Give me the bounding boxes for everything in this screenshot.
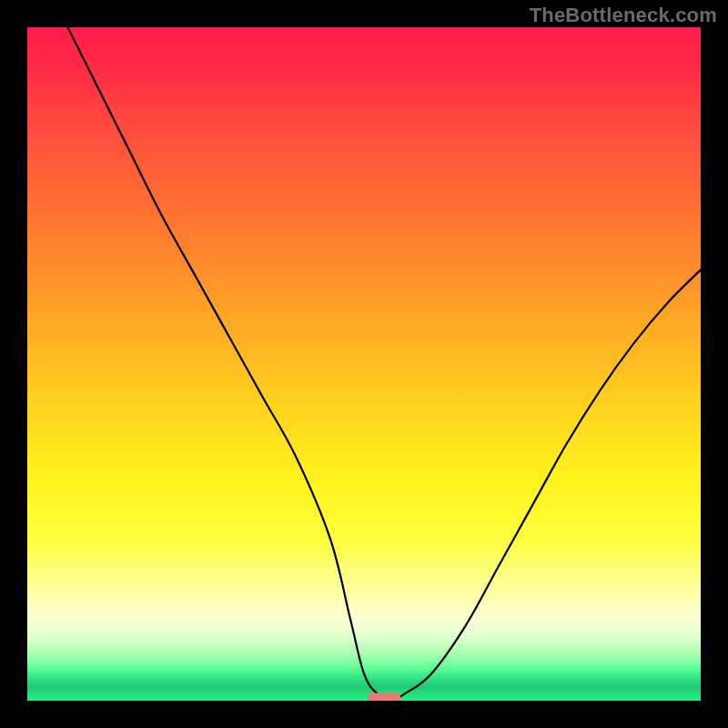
chart-frame: TheBottleneck.com [0,0,728,728]
plot-area [27,27,701,701]
watermark-text: TheBottleneck.com [530,4,717,27]
bottleneck-curve [67,27,701,701]
chart-svg [27,27,701,701]
optimal-marker [368,693,400,701]
